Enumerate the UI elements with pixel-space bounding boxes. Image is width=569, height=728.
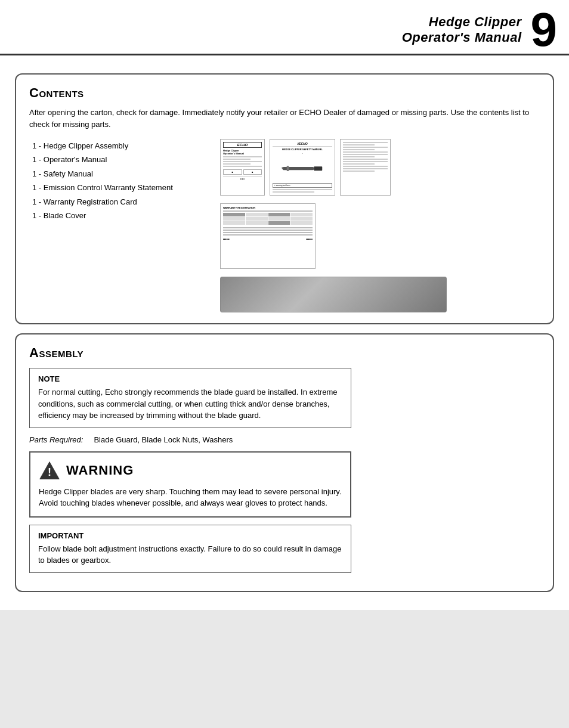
thumb-line [343, 151, 388, 153]
wt-cell [223, 213, 245, 216]
thumb-line [223, 166, 262, 167]
title-line1: Hedge Clipper [402, 14, 522, 30]
title-line2: Operator's Manual [402, 30, 522, 45]
wt-table [223, 213, 313, 225]
wt-cell [268, 213, 290, 216]
important-text: Follow blade bolt adjustment instruction… [38, 543, 342, 566]
thumb-line [343, 147, 388, 148]
thumb-line [343, 156, 375, 157]
list-item: 1 - Safety Manual [29, 167, 208, 181]
contents-section: Contents After opening the carton, check… [15, 73, 554, 324]
thumb-line [343, 166, 388, 167]
warning-triangle-icon: ! [39, 460, 60, 481]
svg-marker-3 [282, 167, 283, 169]
page-content: Contents After opening the carton, check… [0, 55, 569, 610]
thumb-line [343, 163, 375, 165]
important-box: IMPORTANT Follow blade bolt adjustment i… [29, 525, 351, 573]
wt-cell [246, 213, 268, 216]
wt-cell [290, 221, 313, 225]
header-text: Hedge Clipper Operator's Manual [402, 14, 522, 46]
thumb-line [343, 168, 388, 169]
thumb-line [223, 161, 262, 162]
list-item: 1 - Warranty Registration Card [29, 195, 208, 209]
parts-required-label: Parts Required: [29, 435, 83, 444]
parts-required-value: Blade Guard, Blade Lock Nuts, Washers [94, 435, 233, 444]
contents-layout: 1 - Hedge Clipper Assembly 1 - Operator'… [29, 139, 540, 312]
page-header: Hedge Clipper Operator's Manual 9 [0, 0, 569, 55]
wt-line [223, 210, 313, 212]
clipper-image [273, 156, 332, 182]
thumb-lines2 [273, 189, 332, 193]
contents-title: Contents [29, 85, 540, 101]
contents-title-text: Contents [29, 85, 84, 100]
title-line1-text: Hedge Clipper [429, 14, 522, 29]
note-title: NOTE [38, 374, 342, 383]
title-line2-text: Operator's Manual [402, 30, 522, 45]
warning-title: WARNING [66, 463, 134, 478]
thumb-line [273, 191, 314, 193]
assembly-section: Assembly NOTE For normal cutting, Echo s… [15, 333, 554, 592]
wt-line [223, 227, 313, 228]
thumb-line [343, 149, 375, 150]
contents-intro: After opening the carton, check for dama… [29, 107, 540, 130]
svg-rect-1 [314, 166, 322, 171]
manual-thumbnail: ECHO Hedge ClipperOperator's Manual ■ ■ [220, 139, 265, 196]
warranty-reg-thumbnail: WARRANTY REGISTRATION [220, 203, 316, 269]
list-item: 1 - Hedge Clipper Assembly [29, 139, 208, 153]
wt-line [223, 232, 313, 233]
thumb-lines [223, 156, 262, 167]
thumb-line [273, 189, 332, 190]
parts-required: Parts Required: Blade Guard, Blade Lock … [29, 435, 540, 444]
warning-box: ! WARNING Hedge Clipper blades are very … [29, 451, 351, 518]
svg-text:!: ! [48, 466, 51, 478]
list-item: 1 - Operator's Manual [29, 153, 208, 166]
important-title: IMPORTANT [38, 531, 342, 540]
thumb-line [223, 163, 251, 165]
wt-cell [223, 221, 245, 225]
contents-list: 1 - Hedge Clipper Assembly 1 - Operator'… [29, 139, 208, 222]
wt-cell [246, 217, 268, 221]
items-list: 1 - Hedge Clipper Assembly 1 - Operator'… [29, 139, 208, 222]
thumb-line [343, 161, 388, 162]
thumb-line [343, 144, 375, 145]
thumb-line [223, 156, 262, 157]
warning-text: Hedge Clipper blades are very sharp. Tou… [39, 486, 342, 509]
wt-cell [290, 217, 313, 221]
blade-cover-image [220, 277, 447, 312]
thumb-line [343, 159, 388, 160]
assembly-title: Assembly [29, 345, 540, 361]
images-row-top: ECHO Hedge ClipperOperator's Manual ■ ■ [220, 139, 540, 196]
note-text: For normal cutting, Echo strongly recomm… [38, 386, 342, 422]
thumb-line [343, 171, 375, 172]
emission-warranty-thumbnail [340, 139, 391, 196]
wt-cell [268, 217, 290, 221]
thumb-lines3 [343, 142, 388, 172]
safety-manual-thumbnail: //ECHO HEDGE CLIPPER SAFETY MANUAL -- [270, 139, 335, 196]
thumb-line [223, 159, 251, 160]
header-title-block: Hedge Clipper Operator's Manual 9 [402, 6, 557, 54]
wt-cell [246, 221, 268, 225]
wt-cell [268, 221, 290, 225]
thumb-line [343, 142, 388, 143]
svg-rect-2 [287, 166, 289, 171]
wt-line [223, 234, 313, 236]
list-item: 1 - Emission Control Warranty Statement [29, 181, 208, 194]
assembly-title-text: Assembly [29, 345, 84, 360]
clipper-svg [282, 162, 323, 176]
wt-cell [223, 217, 245, 221]
wt-cell [290, 213, 313, 216]
note-box: NOTE For normal cutting, Echo strongly r… [29, 368, 351, 428]
thumb-line [343, 154, 388, 155]
warning-header: ! WARNING [39, 460, 342, 481]
list-item: 1 - Blade Cover [29, 209, 208, 222]
page-number: 9 [531, 6, 558, 54]
wt-line [223, 230, 313, 231]
echo-logo-thumb: ECHO [223, 142, 262, 148]
contents-images: ECHO Hedge ClipperOperator's Manual ■ ■ [220, 139, 540, 312]
